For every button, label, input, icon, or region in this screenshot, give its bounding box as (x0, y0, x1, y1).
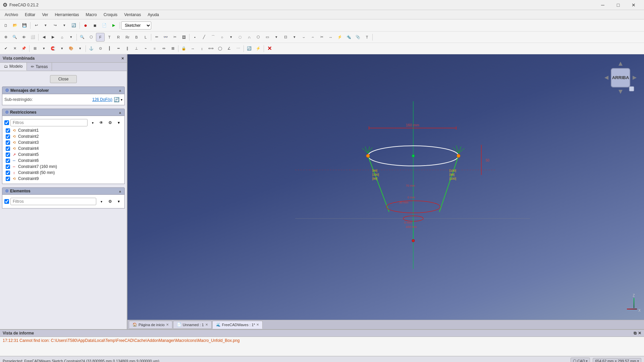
close-sketch-btn[interactable]: ✕ (10, 44, 19, 53)
elements-settings-icon[interactable]: ⚙ (106, 198, 114, 205)
constr-perp[interactable]: ⊥ (132, 44, 141, 53)
constr-vert-dist[interactable]: ↕ (198, 44, 206, 53)
constr-dropdown[interactable]: ▾ (76, 44, 85, 53)
constraint-item[interactable]: ⟲ Constraint4 (4, 145, 122, 152)
bottom-panel-close-icon[interactable]: ✕ (638, 331, 641, 336)
workbench-dropdown[interactable]: Sketcher (121, 21, 151, 29)
stereo-button[interactable]: 👓 (161, 33, 170, 42)
constraint8-checkbox[interactable] (6, 171, 10, 175)
text-tool[interactable]: T (363, 33, 371, 42)
point-tool[interactable]: • (191, 33, 199, 42)
chamfer-tool[interactable]: ⌢ (308, 33, 317, 42)
constr-fix[interactable]: ⚓ (87, 44, 96, 53)
validate-btn[interactable]: ✔ (1, 44, 10, 53)
stop-macro-button[interactable]: ● (81, 21, 90, 30)
constr-equal[interactable]: = (150, 44, 159, 53)
constr-dist[interactable]: ⟺ (207, 44, 215, 53)
slot-dropdown[interactable]: ▾ (290, 33, 299, 42)
view-box-button[interactable]: ⬜ (29, 33, 37, 42)
constraint-item[interactable]: ⟲ Constraint2 (4, 133, 122, 139)
view-top-button[interactable]: T (105, 33, 114, 42)
close-button[interactable]: ✕ (626, 0, 641, 10)
constraint9-checkbox[interactable] (6, 177, 10, 181)
constr-symm[interactable]: ⇔ (159, 44, 168, 53)
view-menu-button[interactable]: 👁 (19, 33, 28, 42)
constr-lock[interactable]: 🔒 (179, 44, 188, 53)
play-button[interactable]: ▶ (109, 21, 118, 30)
constr-radius[interactable]: ◯ (216, 44, 224, 53)
poly-tool[interactable]: ⬡ (254, 33, 263, 42)
menu-croquis[interactable]: Croquis (100, 11, 121, 18)
constraint6-checkbox[interactable] (6, 159, 10, 163)
stop-button[interactable]: ■ (91, 21, 99, 30)
snap-toggle[interactable]: 🧲 (49, 44, 57, 53)
constr-tang[interactable]: ⌁ (141, 44, 150, 53)
grid-dropdown[interactable]: ▾ (40, 44, 48, 53)
tab-unnamed[interactable]: 📄 Unnamed : 1 ✕ (173, 321, 212, 329)
open-file-button[interactable]: 📂 (11, 21, 19, 30)
restrictions-settings-icon[interactable]: ⚙ (106, 119, 114, 126)
redo-button[interactable]: ↪ (51, 21, 59, 30)
undo-button[interactable]: ↩ (32, 21, 41, 30)
tab-inicio[interactable]: 🏠 Página de inicio ✕ (129, 321, 172, 329)
tab-unnamed-close[interactable]: ✕ (205, 323, 208, 326)
tab-tareas[interactable]: ✏ Tareas (27, 63, 52, 71)
restrictions-filter-dropdown[interactable]: ▾ (89, 119, 96, 126)
tab-modelo[interactable]: 🗂 Modelo (0, 63, 27, 71)
new-file-button[interactable]: 🗋 (1, 21, 10, 30)
arc-tool[interactable]: ⌒ (209, 33, 217, 42)
tab-freecadwaves[interactable]: 🌊 FreeCADWaves : 1* ✕ (212, 321, 263, 329)
elements-more-icon[interactable]: ▾ (115, 198, 122, 205)
toggle-drive-btn[interactable]: 🔄 (245, 44, 254, 53)
menu-ventanas[interactable]: Ventanas (121, 11, 144, 18)
elements-filter-dropdown[interactable]: ▾ (98, 198, 105, 205)
restrictions-header[interactable]: ⚙ Restricciones ▲ (2, 109, 125, 116)
fillet-tool[interactable]: ⌣ (299, 33, 308, 42)
extend-tool[interactable]: ↔ (326, 33, 335, 42)
macro-button[interactable]: 📄 (100, 21, 109, 30)
constraint-item[interactable]: ⟲ Constraint9 (4, 176, 122, 182)
restrictions-more-icon[interactable]: ▾ (115, 119, 122, 126)
grid-toggle[interactable]: ⊞ (31, 44, 39, 53)
close-sketcher-button[interactable]: Close (50, 75, 77, 83)
constraint-item[interactable]: ↗ Constraint5 (4, 152, 122, 158)
home-button[interactable]: ⌂ (58, 33, 66, 42)
solver-refresh-icon[interactable]: 🔄 (114, 97, 119, 102)
constraint-item[interactable]: ⟲ Constraint3 (4, 139, 122, 145)
constraint2-checkbox[interactable] (6, 134, 10, 139)
elements-filter-input[interactable] (10, 198, 96, 205)
menu-ayuda[interactable]: Ayuda (144, 11, 162, 18)
panel-close-icon[interactable]: × (121, 56, 124, 61)
construct-tool[interactable]: 🔩 (344, 33, 353, 42)
solver-header[interactable]: ⚙ Mensajes del Solver ▲ (2, 86, 125, 94)
texture-button[interactable]: 🖼 (179, 33, 188, 42)
minimize-button[interactable]: ─ (595, 0, 610, 10)
constr-block[interactable]: ⊠ (168, 44, 177, 53)
redo-dropdown[interactable]: ▾ (60, 21, 69, 30)
constraint-item[interactable]: ↕ Constraint8 (50 mm) (4, 170, 122, 176)
save-file-button[interactable]: 💾 (20, 21, 29, 30)
view-right-button[interactable]: R (114, 33, 123, 42)
constr-render[interactable]: 🎨 (67, 44, 75, 53)
elements-checkbox[interactable] (4, 199, 9, 204)
draw-style-button[interactable]: ✏ (152, 33, 161, 42)
view-iso-button[interactable]: ⬡ (87, 33, 96, 42)
restrictions-filter-input[interactable] (10, 119, 88, 126)
slot-tool[interactable]: ⊡ (281, 33, 290, 42)
line-tool[interactable]: ╱ (200, 33, 208, 42)
constraint3-checkbox[interactable] (6, 140, 10, 145)
fit-sel-button[interactable]: 🔍 (10, 33, 19, 42)
constraint5-checkbox[interactable] (6, 153, 10, 157)
constraint4-checkbox[interactable] (6, 146, 10, 151)
attach-btn[interactable]: 📌 (19, 44, 28, 53)
undo-dropdown[interactable]: ▾ (41, 21, 50, 30)
menu-archivo[interactable]: Archivo (1, 11, 21, 18)
clipping-button[interactable]: ✂ (170, 33, 179, 42)
maximize-button[interactable]: □ (610, 0, 626, 10)
view-bot-button[interactable]: B (132, 33, 141, 42)
forward-button[interactable]: ▶ (49, 33, 57, 42)
view-left-button[interactable]: L (141, 33, 150, 42)
constr-coinc[interactable]: ⊙ (96, 44, 105, 53)
cad-badge[interactable]: ⬡ CAD ▾ (571, 358, 590, 362)
toggle-active-btn[interactable]: ⚡ (254, 44, 263, 53)
